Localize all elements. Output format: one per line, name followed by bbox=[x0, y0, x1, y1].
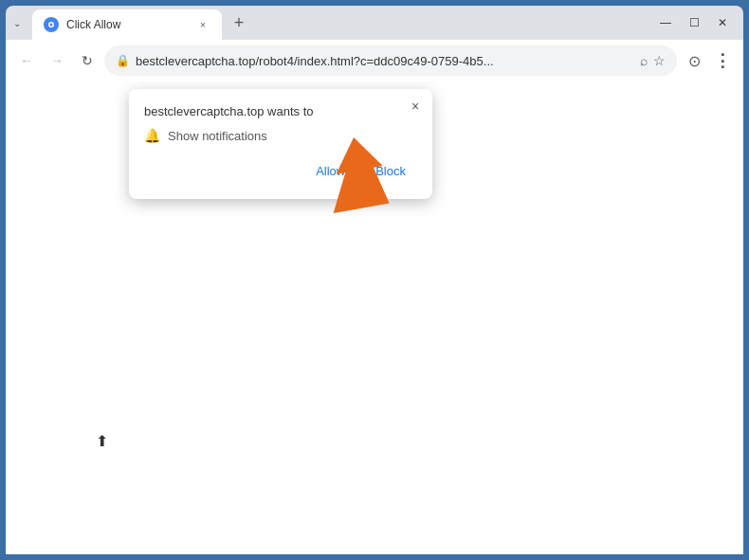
url-domain: bestclevercaptcha.top bbox=[136, 54, 255, 68]
window-controls: — ☐ ✕ bbox=[652, 6, 743, 40]
popup-close-button[interactable]: × bbox=[406, 97, 425, 116]
maximize-button[interactable]: ☐ bbox=[681, 9, 707, 36]
allow-button[interactable]: Allow bbox=[304, 158, 356, 184]
lock-icon: 🔒 bbox=[116, 54, 130, 67]
url-text: bestclevercaptcha.top/robot4/index.html?… bbox=[136, 54, 634, 68]
block-button[interactable]: Block bbox=[364, 158, 417, 184]
back-button[interactable]: ← bbox=[13, 47, 40, 74]
bell-icon: 🔔 bbox=[144, 128, 160, 143]
address-bar[interactable]: 🔒 bestclevercaptcha.top/robot4/index.htm… bbox=[104, 45, 677, 76]
title-bar: ⌄ Click Allow × + — ☐ ✕ bbox=[6, 6, 743, 40]
tab-area: Click Allow × + bbox=[28, 6, 652, 40]
tab-dropdown-arrow[interactable]: ⌄ bbox=[9, 18, 25, 28]
nav-actions: ⊙ ⋮ bbox=[681, 47, 736, 74]
reload-button[interactable]: ↻ bbox=[74, 47, 100, 74]
popup-site-text: bestclevercaptcha.top wants to bbox=[144, 104, 417, 118]
menu-button[interactable]: ⋮ bbox=[709, 47, 736, 74]
search-icon[interactable]: ⌕ bbox=[640, 53, 648, 68]
tab-favicon bbox=[44, 17, 59, 32]
new-tab-button[interactable]: + bbox=[226, 9, 252, 36]
window-close-button[interactable]: ✕ bbox=[709, 9, 736, 36]
svg-point-2 bbox=[50, 24, 53, 27]
tab-close-button[interactable]: × bbox=[195, 17, 210, 32]
navigation-bar: ← → ↻ 🔒 bestclevercaptcha.top/robot4/ind… bbox=[6, 40, 743, 81]
popup-buttons: Allow Block bbox=[144, 158, 417, 184]
permission-text: Show notifications bbox=[168, 129, 267, 143]
popup-permission: 🔔 Show notifications bbox=[144, 128, 417, 143]
minimize-button[interactable]: — bbox=[652, 9, 679, 36]
star-icon[interactable]: ☆ bbox=[653, 53, 666, 68]
notification-popup: × bestclevercaptcha.top wants to 🔔 Show … bbox=[129, 89, 432, 199]
browser-window: ⌄ Click Allow × + — ☐ ✕ ← → ↻ 🔒 bestclev… bbox=[0, 0, 749, 560]
active-tab[interactable]: Click Allow × bbox=[32, 9, 222, 40]
title-bar-extra: ⌄ bbox=[6, 6, 28, 40]
forward-button[interactable]: → bbox=[44, 47, 70, 74]
account-icon[interactable]: ⊙ bbox=[681, 47, 707, 74]
url-path: /robot4/index.html?c=ddc09c49-0759-4b5..… bbox=[255, 54, 493, 68]
tab-title: Click Allow bbox=[66, 18, 188, 31]
browser-content: CLICK «ALLOW» TO CONFIRM THAT YOU ARE NO… bbox=[6, 81, 743, 554]
